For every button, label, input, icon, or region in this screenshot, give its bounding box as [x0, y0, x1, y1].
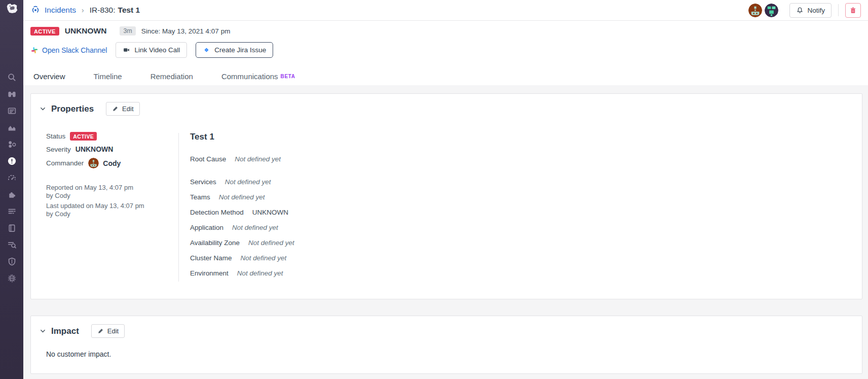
- action-row: Open Slack Channel Link Video Call Creat…: [30, 42, 861, 58]
- chevron-down-icon[interactable]: [39, 105, 47, 113]
- notify-button[interactable]: Notify: [789, 3, 832, 18]
- link-video-call-button[interactable]: Link Video Call: [116, 42, 187, 58]
- dashboard-icon: [7, 106, 17, 116]
- sidebar: [0, 0, 23, 379]
- incident-statusbar: ACTIVE UNKNOWN 3m Since: May 13, 2021 4:…: [23, 21, 868, 64]
- datadog-dog-icon: [4, 3, 19, 18]
- search-icon: [7, 73, 17, 82]
- breadcrumb-incidents-link[interactable]: Incidents: [45, 6, 76, 15]
- teams-label: Teams: [190, 193, 210, 201]
- properties-right-column: Test 1 Root Cause Not defined yet Servic…: [179, 132, 862, 285]
- incident-title-heading: Test 1: [190, 132, 862, 142]
- breadcrumb-incident-id: IR-830:: [90, 6, 116, 15]
- main-area: Incidents › IR-830: Test 1: [23, 0, 868, 90]
- since-timestamp: Since: May 13, 2021 4:07 pm: [141, 27, 231, 35]
- status-label: Status: [46, 132, 65, 140]
- avatar-teammate[interactable]: [765, 4, 778, 17]
- sidebar-nav: [0, 69, 23, 287]
- application-label: Application: [190, 224, 223, 231]
- environment-label: Environment: [190, 269, 229, 277]
- sidebar-item-apm[interactable]: [0, 136, 23, 153]
- incidents-signal-icon: [30, 5, 41, 15]
- video-camera-icon: [123, 46, 130, 54]
- globe-icon: [7, 273, 17, 283]
- cluster-name-label: Cluster Name: [190, 254, 232, 262]
- create-jira-issue-button[interactable]: Create Jira Issue: [196, 42, 273, 58]
- severity-label: Severity: [46, 146, 71, 153]
- pencil-icon: [112, 106, 119, 112]
- detection-method-value: UNKNOWN: [252, 209, 288, 216]
- field-row-cluster-name: Cluster Name Not defined yet: [190, 254, 862, 262]
- chevron-down-icon[interactable]: [39, 327, 47, 335]
- datadog-logo[interactable]: [0, 0, 23, 20]
- edit-properties-button[interactable]: Edit: [106, 102, 139, 116]
- services-label: Services: [190, 178, 216, 186]
- sidebar-item-watchdog[interactable]: [0, 86, 23, 102]
- slack-icon: [30, 46, 39, 54]
- overview-content: Properties Edit Status ACTIVE Severity: [23, 85, 868, 379]
- impact-body-text: No customer impact.: [31, 338, 862, 358]
- shield-icon: [7, 257, 17, 266]
- field-row-services: Services Not defined yet: [190, 178, 862, 186]
- notebook-icon: [7, 223, 17, 233]
- sidebar-item-metrics[interactable]: [0, 119, 23, 136]
- properties-body: Status ACTIVE Severity UNKNOWN Commander: [31, 132, 862, 285]
- avatar-cody[interactable]: [748, 4, 762, 17]
- open-slack-channel-link[interactable]: Open Slack Channel: [30, 46, 107, 54]
- availability-zone-label: Availability Zone: [190, 239, 240, 247]
- service-map-icon: [7, 140, 17, 149]
- topbar-right: Notify: [746, 3, 861, 18]
- properties-card: Properties Edit Status ACTIVE Severity: [30, 93, 862, 299]
- field-row-teams: Teams Not defined yet: [190, 193, 862, 201]
- commander-avatar: [88, 158, 99, 168]
- bell-icon: [796, 7, 804, 14]
- breadcrumb-incident-title: Test 1: [118, 6, 140, 15]
- tab-overview-label: Overview: [33, 72, 65, 81]
- sidebar-item-network[interactable]: [0, 270, 23, 287]
- sidebar-item-monitors[interactable]: [0, 169, 23, 186]
- gauge-icon: [7, 173, 17, 183]
- cody-avatar-icon: [748, 4, 762, 17]
- teammate-avatar-icon: [765, 4, 778, 17]
- severity-property-value: UNKNOWN: [76, 145, 114, 153]
- sidebar-item-search[interactable]: [0, 69, 23, 86]
- updated-by-text: by Cody: [46, 210, 178, 218]
- root-cause-value: Not defined yet: [235, 155, 281, 163]
- commander-property-row: Commander Cody: [46, 158, 178, 168]
- cluster-name-value: Not defined yet: [241, 254, 287, 262]
- filter-lines-icon: [7, 206, 17, 216]
- status-value-badge: ACTIVE: [70, 132, 97, 141]
- duration-badge: 3m: [120, 26, 135, 36]
- tab-timeline-label: Timeline: [94, 72, 122, 81]
- sidebar-item-incidents[interactable]: [0, 153, 23, 169]
- sidebar-item-notebooks[interactable]: [0, 220, 23, 236]
- binoculars-icon: [7, 89, 17, 99]
- video-call-label: Link Video Call: [134, 46, 180, 54]
- impact-card-header: Impact Edit: [31, 316, 862, 338]
- reported-by-text: by Cody: [46, 192, 178, 200]
- jira-issue-label: Create Jira Issue: [214, 46, 266, 54]
- topbar-divider: [838, 4, 839, 16]
- log-search-icon: [7, 240, 17, 250]
- root-cause-label: Root Cause: [190, 155, 226, 163]
- edit-properties-label: Edit: [122, 105, 133, 113]
- pencil-icon: [97, 328, 104, 334]
- sidebar-item-log-explorer[interactable]: [0, 236, 23, 253]
- severity-property-row: Severity UNKNOWN: [46, 145, 178, 153]
- sidebar-item-pipelines[interactable]: [0, 203, 23, 220]
- sidebar-item-security[interactable]: [0, 253, 23, 270]
- puzzle-icon: [7, 190, 17, 199]
- slack-link-label: Open Slack Channel: [42, 46, 107, 54]
- jira-icon: [203, 46, 210, 54]
- breadcrumb-separator: ›: [82, 6, 84, 14]
- delete-incident-button[interactable]: [845, 3, 861, 18]
- availability-zone-value: Not defined yet: [248, 239, 294, 247]
- trash-icon: [849, 7, 857, 14]
- field-row-detection-method: Detection Method UNKNOWN: [190, 209, 862, 216]
- impact-title: Impact: [51, 326, 79, 336]
- sidebar-item-integrations[interactable]: [0, 186, 23, 203]
- properties-title: Properties: [51, 104, 94, 114]
- status-row: ACTIVE UNKNOWN 3m Since: May 13, 2021 4:…: [30, 26, 861, 36]
- edit-impact-button[interactable]: Edit: [91, 324, 125, 338]
- sidebar-item-dashboards[interactable]: [0, 102, 23, 119]
